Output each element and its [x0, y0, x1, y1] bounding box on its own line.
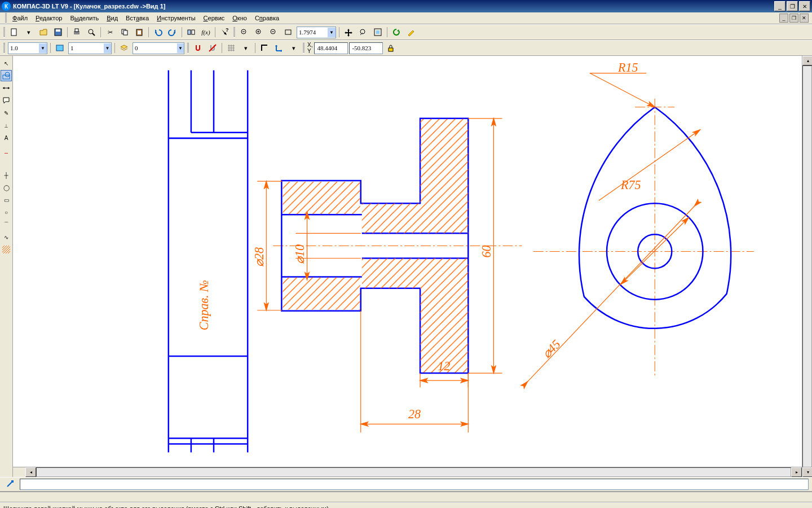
rect-tool[interactable]: ▭: [1, 194, 12, 205]
zoom-fit-button[interactable]: [281, 25, 295, 39]
menu-file[interactable]: Файл: [8, 14, 32, 23]
snap-on-button[interactable]: [191, 41, 205, 55]
prop-apply-button[interactable]: [4, 478, 17, 491]
zoom-combo[interactable]: ▼: [297, 27, 336, 38]
spline-tool[interactable]: ∿: [1, 231, 12, 243]
zoom-in-button[interactable]: [252, 25, 266, 39]
zoom-input[interactable]: [297, 29, 328, 36]
line-tool[interactable]: ◯: [1, 182, 12, 193]
layer-state-button[interactable]: [117, 41, 131, 55]
scroll-left-button[interactable]: ◂: [25, 467, 36, 477]
circle-tool[interactable]: ○: [1, 207, 12, 218]
localcs-button[interactable]: [272, 41, 286, 55]
vscroll-track[interactable]: [802, 65, 812, 467]
cut-button[interactable]: ✂: [103, 25, 117, 39]
paste-button[interactable]: [133, 25, 146, 39]
refresh-button[interactable]: [390, 25, 403, 39]
localcs-dd-button[interactable]: ▾: [287, 41, 301, 55]
coord-lock-button[interactable]: [384, 41, 398, 55]
scroll-right-button[interactable]: ▸: [791, 467, 802, 477]
grid-dd-button[interactable]: ▾: [239, 41, 253, 55]
svg-rect-2: [56, 29, 60, 32]
scroll-down-button[interactable]: ▾: [802, 467, 812, 477]
view-combo[interactable]: ▼: [68, 42, 112, 54]
variables-button[interactable]: f(x): [199, 25, 213, 39]
grip-icon: [233, 27, 235, 37]
menu-edit[interactable]: Редактор: [32, 14, 66, 23]
menu-window[interactable]: Окно: [228, 14, 251, 23]
menu-view[interactable]: Вид: [103, 14, 122, 23]
hatch-tool[interactable]: [1, 244, 12, 255]
svg-rect-11: [188, 30, 191, 34]
hscroll-track[interactable]: [36, 467, 791, 477]
svg-rect-4: [75, 29, 78, 32]
status-bar: Щелкните левой кнопкой мыши на объекте д…: [0, 502, 812, 508]
zoom-out-button[interactable]: [267, 25, 280, 39]
chevron-down-icon[interactable]: ▼: [39, 43, 47, 53]
menu-service[interactable]: Сервис: [200, 14, 229, 23]
menu-select[interactable]: Выделить: [66, 14, 103, 23]
grip-icon: [3, 27, 5, 37]
dimension-tool[interactable]: [1, 82, 12, 94]
menu-insert[interactable]: Вставка: [122, 14, 153, 23]
geometry-tool[interactable]: [1, 70, 12, 81]
edit-tool[interactable]: ✎: [1, 107, 12, 119]
ortho-button[interactable]: [258, 41, 271, 55]
scale-input[interactable]: [8, 45, 39, 51]
redraw-button[interactable]: [404, 25, 418, 39]
chevron-down-icon[interactable]: ▼: [177, 43, 184, 53]
close-button[interactable]: ✕: [799, 1, 810, 11]
scroll-up-button[interactable]: ▴: [802, 56, 812, 65]
preview-button[interactable]: [85, 25, 98, 39]
svg-text:?: ?: [226, 28, 229, 33]
grid-button[interactable]: [224, 41, 238, 55]
zoom-all-button[interactable]: [371, 25, 385, 39]
save-button[interactable]: [51, 25, 65, 39]
zoom-window-button[interactable]: [237, 25, 251, 39]
new-button[interactable]: [7, 25, 21, 39]
chevron-down-icon[interactable]: ▼: [104, 43, 111, 53]
svg-point-5: [89, 29, 93, 34]
manager-button[interactable]: [184, 25, 198, 39]
tool-palette: ↖ ✎ ⟂ A ⎯ ┼ ◯ ▭ ○ ⌒ ∿: [0, 56, 13, 477]
copy-button[interactable]: [118, 25, 131, 39]
redo-button[interactable]: [166, 25, 179, 39]
property-input[interactable]: [20, 479, 809, 490]
menu-help[interactable]: Справка: [251, 14, 283, 23]
minimize-button[interactable]: _: [774, 1, 785, 11]
toolbar-standard: ▾ ✂ f(x) ? ▼: [0, 24, 812, 40]
view-state-button[interactable]: [53, 41, 67, 55]
grip-icon: [303, 43, 304, 53]
arc-tool[interactable]: ⌒: [1, 219, 12, 230]
help-arrow-button[interactable]: ?: [218, 25, 231, 39]
dim-r15: R15: [617, 60, 638, 75]
layer-combo[interactable]: ▼: [133, 42, 184, 54]
select-tool[interactable]: ↖: [1, 58, 12, 69]
coord-y-readout: -50.823: [349, 42, 383, 54]
snap-off-button[interactable]: [206, 41, 219, 55]
point-tool[interactable]: ┼: [1, 169, 12, 181]
menu-tools[interactable]: Инструменты: [153, 14, 200, 23]
measure-tool[interactable]: A: [1, 132, 12, 143]
chevron-down-icon[interactable]: ▼: [328, 28, 336, 37]
open-button[interactable]: [37, 25, 50, 39]
mdi-close-button[interactable]: ✕: [800, 14, 809, 23]
restore-button[interactable]: ❐: [787, 1, 798, 11]
scale-combo[interactable]: ▼: [8, 42, 47, 54]
undo-button[interactable]: [151, 25, 165, 39]
new-dropdown-button[interactable]: ▾: [22, 25, 36, 39]
svg-rect-21: [285, 30, 291, 34]
svg-rect-8: [123, 30, 127, 35]
annotation-tool[interactable]: [1, 95, 12, 106]
param-tool[interactable]: ⟂: [1, 120, 12, 131]
drawing-canvas[interactable]: Справ. №: [13, 56, 802, 467]
print-button[interactable]: [70, 25, 83, 39]
svg-point-22: [360, 29, 365, 34]
mdi-restore-button[interactable]: ❐: [789, 14, 798, 23]
mdi-minimize-button[interactable]: _: [779, 14, 788, 23]
layer-input[interactable]: [133, 45, 177, 51]
pan-button[interactable]: [342, 25, 355, 39]
zoom-prev-button[interactable]: [356, 25, 370, 39]
view-input[interactable]: [69, 45, 104, 51]
macro-tool[interactable]: ⎯: [1, 144, 12, 156]
